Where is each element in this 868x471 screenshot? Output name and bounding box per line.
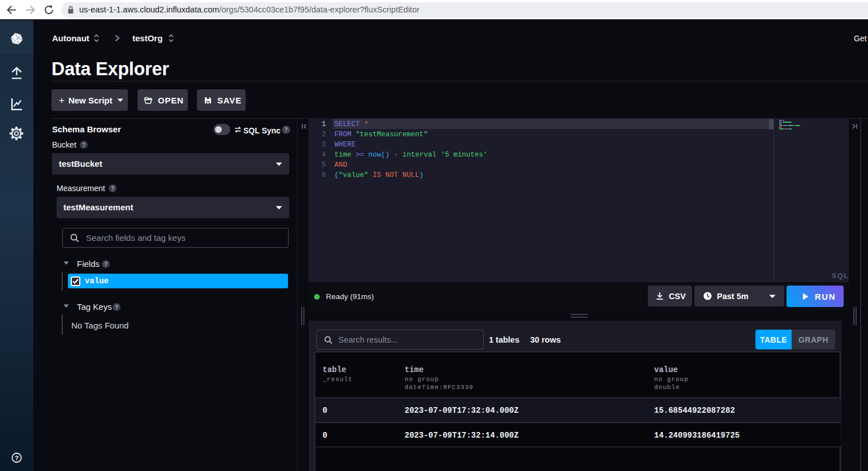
svg-text:?: ? xyxy=(15,455,19,461)
